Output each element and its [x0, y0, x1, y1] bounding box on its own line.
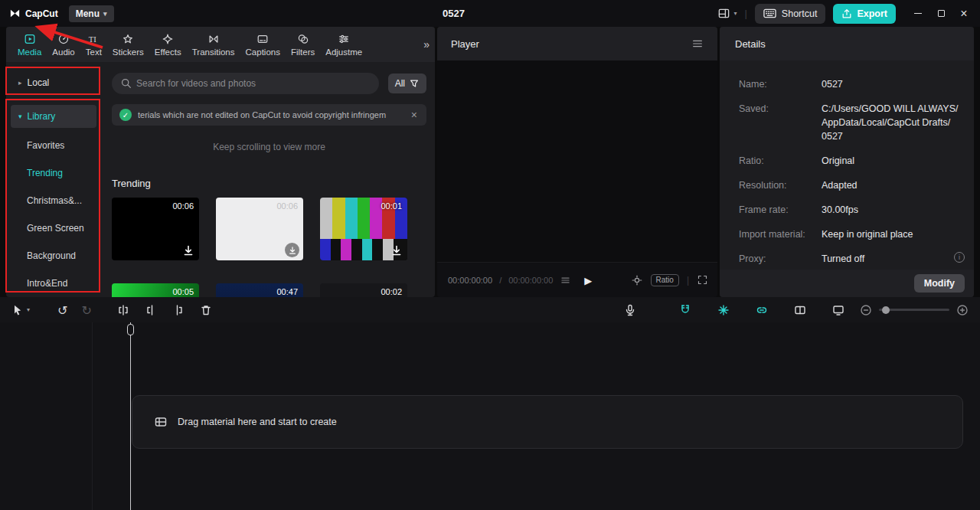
tab-captions[interactable]: Captions	[240, 33, 286, 57]
chevron-down-icon: ▾	[103, 10, 107, 18]
duration-badge: 00:06	[276, 201, 298, 211]
sidebar-item-green-screen[interactable]: Green Screen	[6, 214, 101, 242]
microphone-icon[interactable]	[623, 303, 637, 317]
detail-value: 0527	[822, 77, 959, 91]
duration-badge: 00:05	[172, 287, 194, 296]
sidebar-item-library[interactable]: ▾ Library	[11, 105, 96, 128]
sidebar-item-label: Christmas&...	[27, 195, 82, 206]
zoom-out-icon[interactable]	[859, 303, 873, 317]
sidebar-item-christmas[interactable]: Christmas&...	[6, 187, 101, 214]
timeline-dropzone[interactable]: Drag material here and start to create	[132, 395, 963, 449]
track-gutter-divider	[92, 322, 93, 510]
divider: |	[687, 275, 689, 286]
detail-value: Adapted	[822, 178, 959, 192]
tab-audio[interactable]: Audio	[47, 33, 80, 57]
zoom-in-icon[interactable]	[956, 303, 969, 317]
timeline-toolbar: ▾ ↺ ↻	[0, 297, 980, 322]
undo-button[interactable]: ↺	[57, 303, 67, 317]
media-panel: Media Audio TI Text Stickers Effects Tra…	[6, 27, 435, 297]
detail-row-saved: Saved: C:/Users/GOOD WILL ALWAYS/ AppDat…	[739, 102, 965, 143]
duration-badge: 00:06	[172, 201, 194, 211]
filters-icon	[297, 33, 309, 45]
video-thumbnail[interactable]: 00:05	[112, 283, 199, 297]
tab-transitions[interactable]: Transitions	[187, 33, 240, 57]
layout-icon	[717, 7, 730, 20]
timeline-area[interactable]: Drag material here and start to create	[0, 322, 980, 510]
tab-filters[interactable]: Filters	[286, 33, 320, 57]
audio-icon	[57, 33, 70, 45]
focus-icon[interactable]	[631, 274, 643, 286]
playhead-line[interactable]	[130, 322, 131, 510]
add-media-icon	[154, 415, 168, 429]
trim-right-icon[interactable]	[172, 303, 185, 317]
detail-label: Ratio:	[739, 154, 822, 168]
preview-axis-icon[interactable]	[793, 303, 807, 317]
banner-close-icon[interactable]: ×	[410, 109, 419, 121]
filter-label: All	[395, 78, 405, 89]
player-menu-icon[interactable]	[691, 38, 704, 50]
sidebar-item-trending[interactable]: Trending	[6, 159, 101, 187]
info-icon[interactable]: i	[954, 252, 965, 263]
zoom-slider-knob[interactable]	[882, 306, 890, 314]
download-icon[interactable]	[288, 246, 297, 255]
sidebar-item-background[interactable]: Background	[6, 242, 101, 270]
video-thumbnail[interactable]: 00:01	[320, 198, 407, 260]
tab-adjustment[interactable]: Adjustme	[320, 33, 368, 57]
minimize-button[interactable]	[906, 0, 929, 27]
detail-label: Saved:	[739, 102, 822, 143]
video-thumbnail[interactable]: 00:06	[112, 198, 199, 260]
main-track-magnet-icon[interactable]	[678, 303, 692, 317]
sidebar-item-favorites[interactable]: Favorites	[6, 132, 101, 159]
media-icon	[24, 33, 36, 45]
detail-row-frame-rate: Frame rate: 30.00fps	[739, 203, 965, 217]
app-name: CapCut	[25, 8, 58, 19]
tab-label: Media	[18, 47, 41, 57]
close-button[interactable]: ×	[952, 0, 975, 27]
ratio-button[interactable]: Ratio	[651, 274, 679, 286]
shortcut-button[interactable]: Shortcut	[755, 4, 826, 24]
trim-left-icon[interactable]	[144, 303, 158, 317]
sidebar-item-label: Intro&End	[27, 278, 67, 289]
export-button[interactable]: Export	[833, 4, 896, 24]
thumbnail-grid: 00:06 00:06 00:01 00:05	[112, 198, 426, 297]
select-tool-button[interactable]: ▾	[11, 303, 30, 317]
modify-button[interactable]: Modify	[914, 274, 965, 293]
timeline-zoom-slider[interactable]	[879, 309, 949, 311]
tab-stickers[interactable]: Stickers	[107, 33, 149, 57]
player-title: Player	[451, 38, 479, 50]
text-icon: TI	[87, 33, 100, 45]
linked-selection-icon[interactable]	[755, 303, 769, 317]
screen-mirroring-icon[interactable]	[831, 303, 845, 317]
video-thumbnail[interactable]: 00:02	[320, 283, 407, 297]
modify-bar: Modify	[720, 270, 974, 297]
layout-switch-button[interactable]: ▾	[717, 7, 737, 20]
maximize-button[interactable]	[929, 0, 952, 27]
detail-value: Turned off	[822, 252, 913, 266]
fullscreen-icon[interactable]	[697, 274, 708, 286]
search-input[interactable]	[112, 73, 379, 94]
captions-icon	[256, 33, 269, 45]
playhead-handle[interactable]	[127, 324, 134, 335]
play-button[interactable]: ▶	[584, 274, 592, 286]
redo-button[interactable]: ↻	[81, 303, 91, 317]
download-icon[interactable]	[182, 244, 194, 257]
delete-icon[interactable]	[199, 303, 213, 317]
frame-list-icon[interactable]	[560, 274, 571, 286]
video-thumbnail[interactable]: 00:47	[216, 283, 303, 297]
tab-media[interactable]: Media	[12, 33, 47, 57]
video-thumbnail[interactable]: 00:06	[216, 198, 303, 260]
detail-value: 30.00fps	[822, 203, 959, 217]
split-icon[interactable]	[116, 303, 130, 317]
filter-all-button[interactable]: All	[388, 74, 426, 93]
auto-ripple-icon[interactable]	[717, 303, 730, 317]
tab-effects[interactable]: Effects	[149, 33, 187, 57]
sidebar-item-local[interactable]: ▸ Local	[11, 71, 96, 94]
sidebar-item-intro-end[interactable]: Intro&End	[6, 270, 101, 297]
detail-value: Original	[822, 154, 959, 168]
tab-text[interactable]: TI Text	[80, 33, 107, 57]
adjustment-icon	[338, 33, 350, 45]
media-content: All ✓ terials which are not edited on Ca…	[101, 62, 435, 297]
more-tabs-chevron-icon[interactable]: »	[423, 38, 430, 51]
menu-button[interactable]: Menu ▾	[69, 5, 114, 22]
download-icon[interactable]	[390, 244, 403, 257]
